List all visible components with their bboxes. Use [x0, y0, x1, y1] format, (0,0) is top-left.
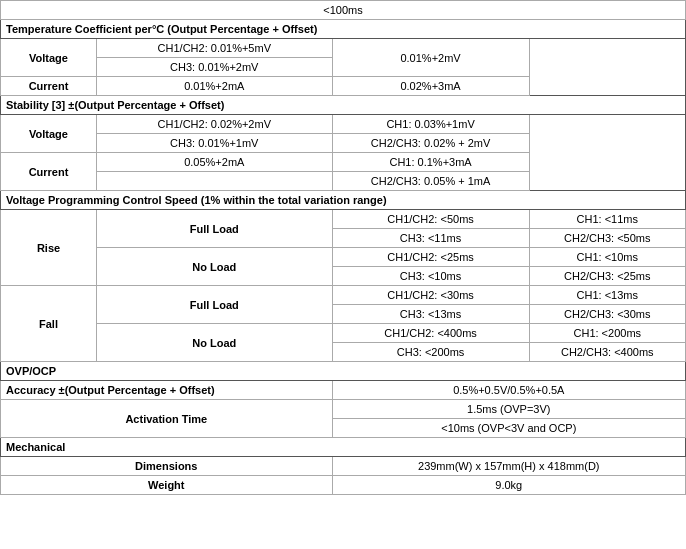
section-title-ovpocp: OVP/OCP [1, 362, 686, 381]
activation-time-value1: 1.5ms (OVP=3V) [332, 400, 685, 419]
activation-time-label: Activation Time [1, 400, 333, 438]
stability-current-ch: 0.05%+2mA [97, 153, 333, 172]
fall-nl-ch3: CH3: <200ms [332, 343, 529, 362]
stability-voltage-value2: CH2/CH3: 0.02% + 2mV [332, 134, 529, 153]
stability-voltage-label: Voltage [1, 115, 97, 153]
rise-fl-row1: Rise Full Load CH1/CH2: <50ms CH1: <11ms [1, 210, 686, 229]
temp-voltage-value: 0.01%+2mV [332, 39, 529, 77]
temp-current-row: Current 0.01%+2mA 0.02%+3mA [1, 77, 686, 96]
section-title-vpcs: Voltage Programming Control Speed (1% wi… [1, 191, 686, 210]
section-header-temp: Temperature Coefficient per°C (Output Pe… [1, 20, 686, 39]
mechanical-weight-value: 9.0kg [332, 476, 685, 495]
temp-voltage-label: Voltage [1, 39, 97, 77]
section-header-ovpocp: OVP/OCP [1, 362, 686, 381]
section-header-mechanical: Mechanical [1, 438, 686, 457]
fall-nl-row1: No Load CH1/CH2: <400ms CH1: <200ms [1, 324, 686, 343]
fall-nl-value2: CH2/CH3: <400ms [529, 343, 685, 362]
activation-time-value2: <10ms (OVP<3V and OCP) [332, 419, 685, 438]
rise-fl-value2: CH2/CH3: <50ms [529, 229, 685, 248]
mechanical-dimensions-value: 239mm(W) x 157mm(H) x 418mm(D) [332, 457, 685, 476]
ovp-accuracy-value: 0.5%+0.5V/0.5%+0.5A [332, 381, 685, 400]
top-row: <100ms [1, 1, 686, 20]
rise-nl-ch3: CH3: <10ms [332, 267, 529, 286]
mechanical-weight-row: Weight 9.0kg [1, 476, 686, 495]
rise-label: Rise [1, 210, 97, 286]
rise-nl-ch12: CH1/CH2: <25ms [332, 248, 529, 267]
stability-voltage-row1: Voltage CH1/CH2: 0.02%+2mV CH1: 0.03%+1m… [1, 115, 686, 134]
temp-voltage-ch12: CH1/CH2: 0.01%+5mV [97, 39, 333, 58]
fall-nl-label: No Load [97, 324, 333, 362]
temp-current-value: 0.02%+3mA [332, 77, 529, 96]
ovp-accuracy-row: Accuracy ±(Output Percentage + Offset) 0… [1, 381, 686, 400]
section-title-temp: Temperature Coefficient per°C (Output Pe… [1, 20, 686, 39]
ovp-accuracy-label: Accuracy ±(Output Percentage + Offset) [1, 381, 333, 400]
stability-voltage-value1: CH1: 0.03%+1mV [332, 115, 529, 134]
fall-label: Fall [1, 286, 97, 362]
stability-current-row2: CH2/CH3: 0.05% + 1mA [1, 172, 686, 191]
top-row-value: <100ms [1, 1, 686, 20]
rise-fl-ch3: CH3: <11ms [332, 229, 529, 248]
stability-current-row1: Current 0.05%+2mA CH1: 0.1%+3mA [1, 153, 686, 172]
section-title-mechanical: Mechanical [1, 438, 686, 457]
fall-fl-ch3: CH3: <13ms [332, 305, 529, 324]
fall-fl-label: Full Load [97, 286, 333, 324]
fall-nl-ch12: CH1/CH2: <400ms [332, 324, 529, 343]
stability-voltage-row2: CH3: 0.01%+1mV CH2/CH3: 0.02% + 2mV [1, 134, 686, 153]
fall-fl-value2: CH2/CH3: <30ms [529, 305, 685, 324]
fall-nl-value1: CH1: <200ms [529, 324, 685, 343]
rise-nl-row1: No Load CH1/CH2: <25ms CH1: <10ms [1, 248, 686, 267]
rise-fl-value1: CH1: <11ms [529, 210, 685, 229]
temp-current-ch: 0.01%+2mA [97, 77, 333, 96]
temp-current-label: Current [1, 77, 97, 96]
section-header-vpcs: Voltage Programming Control Speed (1% wi… [1, 191, 686, 210]
rise-nl-value2: CH2/CH3: <25ms [529, 267, 685, 286]
stability-current-ch2 [97, 172, 333, 191]
temp-voltage-row1: Voltage CH1/CH2: 0.01%+5mV 0.01%+2mV [1, 39, 686, 58]
mechanical-dimensions-label: Dimensions [1, 457, 333, 476]
stability-voltage-ch3: CH3: 0.01%+1mV [97, 134, 333, 153]
fall-fl-value1: CH1: <13ms [529, 286, 685, 305]
temp-voltage-ch3: CH3: 0.01%+2mV [97, 58, 333, 77]
mechanical-dimensions-row: Dimensions 239mm(W) x 157mm(H) x 418mm(D… [1, 457, 686, 476]
stability-current-label: Current [1, 153, 97, 191]
fall-fl-row1: Fall Full Load CH1/CH2: <30ms CH1: <13ms [1, 286, 686, 305]
section-header-stability: Stability [3] ±(Output Percentage + Offs… [1, 96, 686, 115]
activation-time-row1: Activation Time 1.5ms (OVP=3V) [1, 400, 686, 419]
rise-fl-label: Full Load [97, 210, 333, 248]
specs-table: <100ms Temperature Coefficient per°C (Ou… [0, 0, 686, 495]
section-title-stability: Stability [3] ±(Output Percentage + Offs… [1, 96, 686, 115]
fall-fl-ch12: CH1/CH2: <30ms [332, 286, 529, 305]
rise-nl-label: No Load [97, 248, 333, 286]
rise-fl-ch12: CH1/CH2: <50ms [332, 210, 529, 229]
stability-voltage-ch12: CH1/CH2: 0.02%+2mV [97, 115, 333, 134]
rise-nl-value1: CH1: <10ms [529, 248, 685, 267]
stability-current-value2: CH2/CH3: 0.05% + 1mA [332, 172, 529, 191]
mechanical-weight-label: Weight [1, 476, 333, 495]
stability-current-value1: CH1: 0.1%+3mA [332, 153, 529, 172]
